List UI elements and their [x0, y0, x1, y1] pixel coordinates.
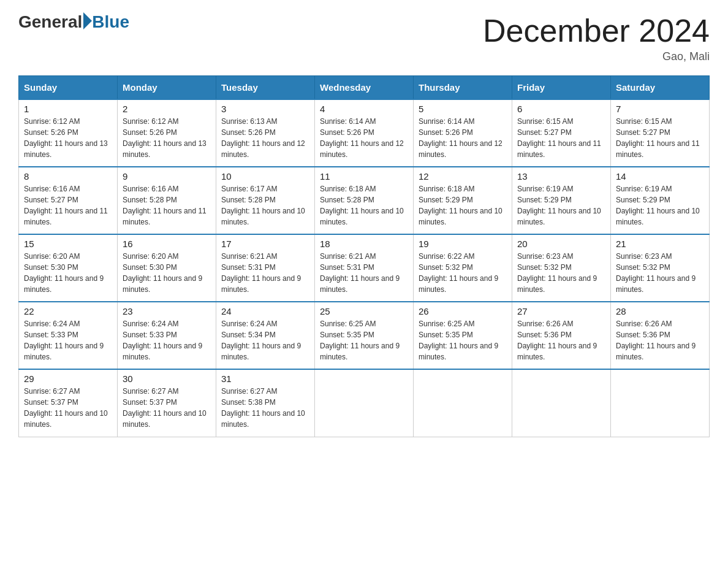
table-row: 26 Sunrise: 6:25 AMSunset: 5:35 PMDaylig…	[414, 302, 512, 369]
day-number: 17	[221, 239, 309, 249]
day-info: Sunrise: 6:20 AMSunset: 5:30 PMDaylight:…	[123, 251, 211, 295]
calendar-table: Sunday Monday Tuesday Wednesday Thursday…	[18, 75, 710, 437]
table-row: 3 Sunrise: 6:13 AMSunset: 5:26 PMDayligh…	[216, 99, 315, 167]
table-row: 4 Sunrise: 6:14 AMSunset: 5:26 PMDayligh…	[315, 99, 414, 167]
table-row	[414, 369, 512, 437]
table-row: 2 Sunrise: 6:12 AMSunset: 5:26 PMDayligh…	[118, 99, 216, 167]
logo-blue-part: Blue	[82, 12, 129, 32]
logo: General Blue	[18, 12, 129, 32]
table-row: 28 Sunrise: 6:26 AMSunset: 5:36 PMDaylig…	[611, 302, 710, 369]
table-row: 17 Sunrise: 6:21 AMSunset: 5:31 PMDaylig…	[216, 234, 315, 302]
days-of-week-row: Sunday Monday Tuesday Wednesday Thursday…	[19, 76, 710, 100]
day-number: 4	[320, 104, 408, 114]
calendar-week-4: 22 Sunrise: 6:24 AMSunset: 5:33 PMDaylig…	[19, 302, 710, 369]
table-row: 16 Sunrise: 6:20 AMSunset: 5:30 PMDaylig…	[118, 234, 216, 302]
day-number: 20	[517, 239, 605, 249]
col-thursday: Thursday	[414, 76, 512, 100]
table-row: 25 Sunrise: 6:25 AMSunset: 5:35 PMDaylig…	[315, 302, 414, 369]
table-row: 31 Sunrise: 6:27 AMSunset: 5:38 PMDaylig…	[216, 369, 315, 437]
day-number: 16	[123, 239, 211, 249]
logo-blue-text: Blue	[92, 12, 129, 32]
day-number: 23	[123, 306, 211, 316]
day-number: 5	[419, 104, 507, 114]
day-info: Sunrise: 6:24 AMSunset: 5:33 PMDaylight:…	[123, 318, 211, 362]
day-number: 29	[24, 373, 112, 384]
day-number: 19	[419, 239, 507, 249]
day-info: Sunrise: 6:18 AMSunset: 5:28 PMDaylight:…	[320, 183, 408, 228]
calendar-header: Sunday Monday Tuesday Wednesday Thursday…	[19, 76, 710, 100]
col-friday: Friday	[512, 76, 611, 100]
table-row: 29 Sunrise: 6:27 AMSunset: 5:37 PMDaylig…	[19, 369, 118, 437]
day-number: 27	[517, 306, 605, 316]
day-info: Sunrise: 6:21 AMSunset: 5:31 PMDaylight:…	[221, 251, 309, 295]
col-monday: Monday	[118, 76, 216, 100]
day-number: 24	[221, 306, 309, 316]
day-info: Sunrise: 6:13 AMSunset: 5:26 PMDaylight:…	[221, 116, 309, 160]
day-info: Sunrise: 6:14 AMSunset: 5:26 PMDaylight:…	[320, 116, 408, 160]
day-number: 3	[221, 104, 309, 114]
day-info: Sunrise: 6:27 AMSunset: 5:37 PMDaylight:…	[24, 386, 112, 430]
col-tuesday: Tuesday	[216, 76, 315, 100]
calendar-week-3: 15 Sunrise: 6:20 AMSunset: 5:30 PMDaylig…	[19, 234, 710, 302]
calendar-week-1: 1 Sunrise: 6:12 AMSunset: 5:26 PMDayligh…	[19, 99, 710, 167]
table-row: 27 Sunrise: 6:26 AMSunset: 5:36 PMDaylig…	[512, 302, 611, 369]
page-header: General Blue December 2024 Gao, Mali	[18, 12, 710, 63]
table-row	[315, 369, 414, 437]
day-info: Sunrise: 6:27 AMSunset: 5:37 PMDaylight:…	[123, 386, 211, 430]
day-number: 21	[616, 239, 704, 249]
day-number: 13	[517, 171, 605, 182]
table-row: 10 Sunrise: 6:17 AMSunset: 5:28 PMDaylig…	[216, 167, 315, 234]
col-wednesday: Wednesday	[315, 76, 414, 100]
day-number: 11	[320, 171, 408, 182]
day-number: 15	[24, 239, 112, 249]
day-info: Sunrise: 6:26 AMSunset: 5:36 PMDaylight:…	[616, 318, 704, 362]
table-row: 7 Sunrise: 6:15 AMSunset: 5:27 PMDayligh…	[611, 99, 710, 167]
day-info: Sunrise: 6:23 AMSunset: 5:32 PMDaylight:…	[517, 251, 605, 295]
day-info: Sunrise: 6:19 AMSunset: 5:29 PMDaylight:…	[616, 183, 704, 228]
day-number: 18	[320, 239, 408, 249]
day-info: Sunrise: 6:26 AMSunset: 5:36 PMDaylight:…	[517, 318, 605, 362]
table-row	[611, 369, 710, 437]
day-info: Sunrise: 6:24 AMSunset: 5:33 PMDaylight:…	[24, 318, 112, 362]
day-number: 12	[419, 171, 507, 182]
day-info: Sunrise: 6:23 AMSunset: 5:32 PMDaylight:…	[616, 251, 704, 295]
table-row: 30 Sunrise: 6:27 AMSunset: 5:37 PMDaylig…	[118, 369, 216, 437]
table-row: 20 Sunrise: 6:23 AMSunset: 5:32 PMDaylig…	[512, 234, 611, 302]
table-row: 15 Sunrise: 6:20 AMSunset: 5:30 PMDaylig…	[19, 234, 118, 302]
table-row: 13 Sunrise: 6:19 AMSunset: 5:29 PMDaylig…	[512, 167, 611, 234]
day-number: 22	[24, 306, 112, 316]
day-info: Sunrise: 6:15 AMSunset: 5:27 PMDaylight:…	[517, 116, 605, 160]
day-info: Sunrise: 6:16 AMSunset: 5:27 PMDaylight:…	[24, 183, 112, 228]
day-number: 8	[24, 171, 112, 182]
day-number: 9	[123, 171, 211, 182]
day-info: Sunrise: 6:25 AMSunset: 5:35 PMDaylight:…	[419, 318, 507, 362]
day-info: Sunrise: 6:12 AMSunset: 5:26 PMDaylight:…	[24, 116, 112, 160]
table-row: 19 Sunrise: 6:22 AMSunset: 5:32 PMDaylig…	[414, 234, 512, 302]
table-row: 12 Sunrise: 6:18 AMSunset: 5:29 PMDaylig…	[414, 167, 512, 234]
day-info: Sunrise: 6:27 AMSunset: 5:38 PMDaylight:…	[221, 386, 309, 430]
table-row: 8 Sunrise: 6:16 AMSunset: 5:27 PMDayligh…	[19, 167, 118, 234]
day-number: 10	[221, 171, 309, 182]
table-row: 14 Sunrise: 6:19 AMSunset: 5:29 PMDaylig…	[611, 167, 710, 234]
day-info: Sunrise: 6:22 AMSunset: 5:32 PMDaylight:…	[419, 251, 507, 295]
day-number: 26	[419, 306, 507, 316]
calendar-week-5: 29 Sunrise: 6:27 AMSunset: 5:37 PMDaylig…	[19, 369, 710, 437]
calendar-week-2: 8 Sunrise: 6:16 AMSunset: 5:27 PMDayligh…	[19, 167, 710, 234]
calendar-body: 1 Sunrise: 6:12 AMSunset: 5:26 PMDayligh…	[19, 99, 710, 437]
day-info: Sunrise: 6:24 AMSunset: 5:34 PMDaylight:…	[221, 318, 309, 362]
day-info: Sunrise: 6:16 AMSunset: 5:28 PMDaylight:…	[123, 183, 211, 228]
table-row: 22 Sunrise: 6:24 AMSunset: 5:33 PMDaylig…	[19, 302, 118, 369]
day-info: Sunrise: 6:17 AMSunset: 5:28 PMDaylight:…	[221, 183, 309, 228]
table-row: 5 Sunrise: 6:14 AMSunset: 5:26 PMDayligh…	[414, 99, 512, 167]
table-row: 11 Sunrise: 6:18 AMSunset: 5:28 PMDaylig…	[315, 167, 414, 234]
day-info: Sunrise: 6:20 AMSunset: 5:30 PMDaylight:…	[24, 251, 112, 295]
day-info: Sunrise: 6:21 AMSunset: 5:31 PMDaylight:…	[320, 251, 408, 295]
day-info: Sunrise: 6:19 AMSunset: 5:29 PMDaylight:…	[517, 183, 605, 228]
day-info: Sunrise: 6:15 AMSunset: 5:27 PMDaylight:…	[616, 116, 704, 160]
table-row: 24 Sunrise: 6:24 AMSunset: 5:34 PMDaylig…	[216, 302, 315, 369]
day-info: Sunrise: 6:25 AMSunset: 5:35 PMDaylight:…	[320, 318, 408, 362]
col-saturday: Saturday	[611, 76, 710, 100]
day-info: Sunrise: 6:12 AMSunset: 5:26 PMDaylight:…	[123, 116, 211, 160]
day-number: 6	[517, 104, 605, 114]
table-row: 6 Sunrise: 6:15 AMSunset: 5:27 PMDayligh…	[512, 99, 611, 167]
